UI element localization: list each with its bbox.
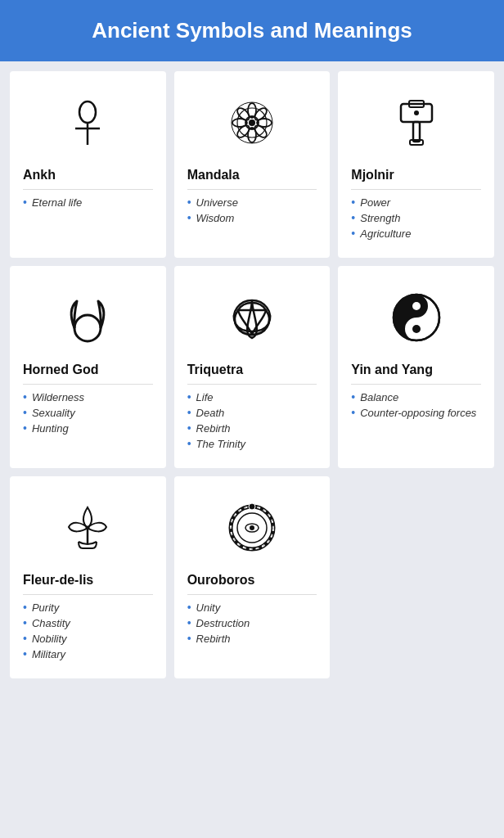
fleur-de-lis-divider [23,594,153,595]
yin-yang-title: Yin and Yang [351,363,433,377]
list-item: Strength [351,212,411,224]
list-item: Wisdom [187,212,238,224]
card-yin-yang: Yin and Yang Balance Counter-opposing fo… [338,266,494,468]
svg-point-14 [249,119,255,126]
list-item: Chastity [23,617,70,629]
svg-point-26 [86,526,90,530]
list-item: Purity [23,601,70,614]
svg-point-23 [412,325,421,333]
list-item: Balance [351,391,476,403]
ankh-title: Ankh [23,168,56,182]
header: Ancient Symbols and Meanings [0,0,504,61]
horned-god-symbol [23,281,153,354]
triquetra-divider [187,384,317,385]
list-item: Hunting [23,422,84,435]
mjolnir-title: Mjolnir [351,168,394,182]
card-ouroboros: Ouroboros Unity Destruction Rebirth [174,476,331,678]
list-item: Agriculture [351,228,411,240]
svg-point-31 [250,525,254,530]
horned-god-meanings: Wilderness Sexuality Hunting [23,391,84,438]
list-item: Sexuality [23,407,84,419]
mjolnir-meanings: Power Strength Agriculture [351,196,411,243]
card-triquetra: Triquetra Life Death Rebirth The Trinity [174,266,331,468]
mandala-symbol [187,86,317,160]
svg-point-22 [412,302,421,310]
yin-yang-symbol [351,281,481,354]
mjolnir-symbol [351,86,481,160]
svg-point-20 [74,315,101,341]
card-mjolnir: Mjolnir Power Strength Agriculture [338,71,494,258]
horned-god-title: Horned God [23,363,98,377]
list-item: Unity [187,601,250,614]
list-item: Life [187,391,245,403]
card-horned-god: Horned God Wilderness Sexuality Hunting [10,266,166,468]
list-item: Nobility [23,633,70,645]
ouroboros-symbol [187,491,317,565]
ouroboros-title: Ouroboros [187,573,255,588]
list-item: Destruction [187,617,250,629]
fleur-de-lis-title: Fleur-de-lis [23,573,93,588]
card-ankh: Ankh Eternal life [10,71,166,258]
card-fleur-de-lis: Fleur-de-lis Purity Chastity Nobility Mi… [10,476,166,678]
mjolnir-divider [351,189,481,190]
ouroboros-divider [187,594,317,595]
list-item: Military [23,648,70,660]
empty-card [338,476,494,678]
svg-point-0 [79,101,96,123]
list-item: Wilderness [23,391,84,403]
ankh-symbol [23,86,153,160]
fleur-de-lis-meanings: Purity Chastity Nobility Military [23,601,70,664]
yin-yang-divider [351,384,481,385]
triquetra-meanings: Life Death Rebirth The Trinity [187,391,245,453]
mandala-title: Mandala [187,168,240,182]
list-item: Power [351,196,411,209]
mandala-divider [187,189,317,190]
ankh-divider [23,189,153,190]
triquetra-title: Triquetra [187,363,243,377]
ankh-meanings: Eternal life [23,196,82,212]
horned-god-divider [23,384,153,385]
list-item: Rebirth [187,422,245,435]
fleur-de-lis-symbol [23,491,153,565]
page-title: Ancient Symbols and Meanings [16,18,488,43]
list-item: The Trinity [187,438,245,450]
triquetra-symbol [187,281,317,354]
list-item: Eternal life [23,196,82,209]
svg-point-19 [414,110,419,115]
mandala-meanings: Universe Wisdom [187,196,238,228]
yin-yang-meanings: Balance Counter-opposing forces [351,391,476,422]
list-item: Rebirth [187,633,250,645]
list-item: Death [187,407,245,419]
svg-rect-17 [413,122,420,142]
list-item: Universe [187,196,238,209]
list-item: Counter-opposing forces [351,407,476,419]
cards-grid: Ankh Eternal life [0,61,504,688]
ouroboros-meanings: Unity Destruction Rebirth [187,601,250,648]
card-mandala: Mandala Universe Wisdom [174,71,331,258]
